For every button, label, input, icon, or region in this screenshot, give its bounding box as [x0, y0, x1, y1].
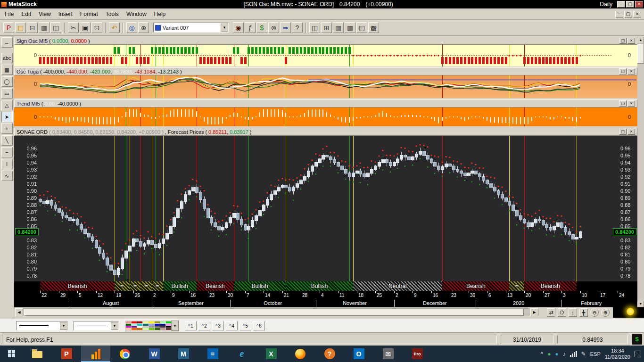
color-swatch[interactable] — [143, 321, 148, 323]
pro-taskbar-icon[interactable]: Pro — [403, 346, 432, 362]
panel-restore-button[interactable]: ▢ — [619, 100, 627, 107]
color-swatch[interactable] — [166, 328, 171, 330]
refresh-button[interactable]: ⇄ — [547, 308, 555, 317]
metastock-taskbar-icon[interactable] — [81, 346, 110, 362]
help-taskbar-icon[interactable]: ? — [315, 346, 344, 362]
color-swatch[interactable] — [132, 321, 137, 323]
help-pointer-icon[interactable]: ? — [292, 22, 303, 33]
color-swatch[interactable] — [149, 324, 154, 326]
menu-item-tools[interactable]: Tools — [102, 9, 123, 19]
vertical-scrollbar[interactable]: ▲ ▼ — [637, 37, 644, 307]
zoom-out-button[interactable]: ⊖ — [590, 308, 599, 317]
expert-advisor-icon[interactable]: ⇒ — [280, 22, 291, 33]
pointer-tool[interactable]: ➤ — [1, 112, 13, 122]
color-swatch[interactable] — [143, 324, 148, 326]
language-indicator[interactable]: ESP — [590, 351, 601, 357]
triangle-tool[interactable]: △ — [1, 100, 13, 110]
system-tester-icon[interactable]: $ — [256, 22, 267, 33]
firefox-taskbar-icon[interactable] — [286, 346, 315, 362]
network-icon[interactable] — [570, 351, 577, 357]
color-swatch[interactable] — [132, 324, 137, 326]
doc-restore-button[interactable]: ▢ — [624, 11, 632, 17]
hscrollbar-thumb[interactable] — [24, 309, 524, 316]
color-swatch[interactable] — [149, 326, 154, 328]
color-swatch[interactable] — [155, 321, 160, 323]
color-swatch[interactable] — [126, 324, 131, 326]
hidden-icons-chevron[interactable]: ^ — [541, 351, 544, 357]
vertical-scale-button[interactable]: ↕ — [569, 308, 577, 317]
color-swatch[interactable] — [160, 324, 165, 326]
periodicity-label[interactable]: Daily — [600, 1, 612, 8]
sign-osc-panel-titlebar[interactable]: Sign Osc MI5 ( 0.0000,0.0000 ) ▢× — [14, 37, 637, 45]
preset-button-1[interactable]: ^1 — [185, 321, 197, 330]
color-swatch[interactable] — [143, 326, 148, 328]
panel-restore-button[interactable]: ▢ — [619, 68, 627, 74]
open-icon[interactable]: ▤ — [15, 22, 26, 33]
panel-close-button[interactable]: × — [627, 100, 635, 107]
color-swatch[interactable] — [126, 328, 131, 330]
menu-item-insert[interactable]: Insert — [55, 9, 76, 19]
trend-panel-titlebar[interactable]: Trend MI5 ( 0.00,-40.0000 ) ▢× — [14, 99, 637, 107]
text-note-tool[interactable]: abc — [1, 53, 13, 63]
preset-button-2[interactable]: ^2 — [198, 321, 210, 330]
color-swatch[interactable] — [166, 326, 171, 328]
panel-restore-button[interactable]: ▢ — [619, 38, 627, 44]
color-swatch[interactable] — [155, 326, 160, 328]
close-button[interactable]: × — [635, 1, 643, 8]
indicator-builder-icon[interactable]: ƒ — [245, 22, 256, 33]
minimize-button[interactable]: − — [617, 1, 625, 8]
color-swatch[interactable] — [137, 321, 142, 323]
excel-taskbar-icon[interactable]: X — [256, 346, 286, 362]
menu-item-window[interactable]: Window — [123, 9, 150, 19]
split-vertical-icon[interactable]: ▤ — [356, 22, 367, 33]
crosshair-tool[interactable]: + — [1, 123, 13, 134]
color-swatch[interactable] — [149, 328, 154, 330]
taskbar-clock[interactable]: 18:34 11/02/2020 — [605, 348, 630, 360]
horizontal-scrollbar[interactable]: ◀ ▶ ⇄D↕╋⊖⊕ — [14, 307, 644, 318]
grid-tool[interactable]: ▦ — [1, 65, 13, 75]
pan-button[interactable]: ╋ — [579, 308, 588, 317]
action-center-icon[interactable] — [635, 351, 641, 357]
periodicity-button[interactable]: D — [558, 308, 566, 317]
paste-icon[interactable]: ⊡ — [91, 22, 102, 33]
status-blue-icon[interactable]: ● — [555, 351, 558, 357]
volume-icon[interactable]: ♪ — [563, 351, 566, 357]
menu-item-edit[interactable]: Edit — [17, 9, 35, 19]
rectangle-tool[interactable]: ▭ — [1, 88, 13, 99]
currency-icon[interactable]: $ — [632, 334, 642, 345]
tile-grid-icon[interactable]: ⊞ — [321, 22, 332, 33]
horizontal-line-tool[interactable]: − — [1, 147, 13, 157]
color-swatch[interactable] — [126, 321, 131, 323]
osc-tuga-plot[interactable] — [14, 75, 637, 98]
doc-minimize-button[interactable]: − — [615, 11, 623, 17]
line-style-select[interactable]: ▾ — [16, 321, 68, 330]
zigzag-tool[interactable]: ∿ — [1, 171, 13, 181]
scan-icon[interactable]: ⊚ — [268, 22, 279, 33]
mail-taskbar-icon[interactable]: ✉ — [373, 346, 403, 362]
line-weight-select[interactable]: ▾ — [74, 321, 119, 330]
panel-close-button[interactable]: × — [627, 38, 635, 44]
vertical-line-tool[interactable]: I — [1, 159, 13, 169]
color-swatch[interactable] — [143, 328, 148, 330]
color-swatch[interactable] — [160, 328, 165, 330]
ellipse-tool[interactable]: ◯ — [1, 76, 13, 87]
status-green-icon[interactable]: ● — [547, 351, 551, 357]
color-swatch[interactable] — [160, 321, 165, 323]
file-explorer-taskbar-icon[interactable] — [23, 346, 52, 362]
chevron-down-icon[interactable]: ▾ — [60, 322, 67, 330]
sign-osc-plot[interactable] — [14, 45, 637, 66]
new-chart-icon[interactable]: P — [3, 22, 14, 33]
copy-icon[interactable]: ▣ — [80, 22, 91, 33]
zoom-in-button[interactable]: ⊕ — [601, 308, 610, 317]
preset-button-6[interactable]: ^6 — [253, 321, 265, 330]
print-icon[interactable]: ⊟ — [27, 22, 38, 33]
color-swatch[interactable] — [160, 326, 165, 328]
menu-item-file[interactable]: File — [1, 9, 17, 19]
panel-restore-button[interactable]: ▢ — [619, 129, 627, 135]
pen-icon[interactable]: ✎ — [581, 351, 586, 357]
menu-item-help[interactable]: Help — [150, 9, 170, 19]
color-swatch[interactable] — [155, 328, 160, 330]
price-panel-titlebar[interactable]: SONAE ORD ( 0.83400,0.84550,0.83150,0.84… — [14, 128, 637, 136]
candlestick-plot[interactable] — [14, 136, 637, 281]
print-preview-icon[interactable]: ▥ — [39, 22, 50, 33]
